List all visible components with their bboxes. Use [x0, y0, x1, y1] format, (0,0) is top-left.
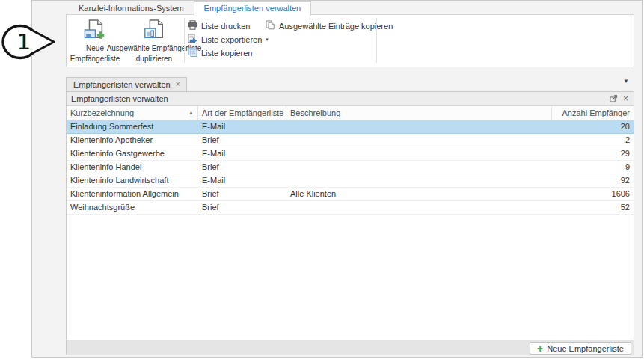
table-row[interactable]: Klienteninfo LandwirtschaftE-Mail92 [67, 174, 634, 188]
column-label: Anzahl Empfänger [562, 106, 631, 120]
column-label: Beschreibung [290, 106, 340, 120]
table-cell-name: Einladung Sommerfest [67, 120, 198, 133]
copy-list-icon [188, 47, 197, 58]
annotation-number: 1 [17, 30, 31, 55]
recipient-lists-panel: Empfängerlisten verwalten × Kurzbezeichn… [66, 91, 634, 355]
button-label: Neue [86, 44, 104, 53]
table-row[interactable]: Klienteninformation AllgemeinBriefAlle K… [67, 188, 634, 201]
plus-icon: + [537, 343, 543, 354]
new-list-icon [84, 19, 106, 43]
ribbon-tab-system[interactable]: Kanzlei-Informations-System [69, 2, 194, 15]
export-icon [188, 34, 197, 45]
table-cell-description [286, 134, 552, 147]
print-list-button[interactable]: Liste drucken [188, 20, 269, 31]
column-label: Kurzbezeichnung [70, 106, 134, 120]
button-label: Neue Empfängerliste [547, 344, 624, 353]
table-cell-count: 2 [552, 134, 634, 147]
printer-icon [188, 20, 197, 31]
table-cell-description [286, 161, 552, 174]
table-cell-count: 29 [552, 147, 634, 160]
table-cell-name: Klienteninfo Landwirtschaft [67, 174, 198, 187]
ribbon-tab-bar: Kanzlei-Informations-System Empfängerlis… [69, 1, 311, 15]
ribbon-separator [376, 18, 377, 63]
column-header-art[interactable]: Art der Empfängerliste [198, 106, 286, 120]
table-cell-type: Brief [198, 134, 286, 147]
copy-selected-entries-button[interactable]: Ausgewählte Einträge kopieren [266, 20, 393, 31]
new-recipient-list-button[interactable]: Neue Empfängerliste [68, 16, 122, 66]
table-cell-count: 52 [552, 201, 634, 214]
panel-close-icon[interactable]: × [623, 94, 628, 103]
table-cell-name: Klienteninformation Allgemein [67, 188, 198, 200]
annotation-callout-1: 1 1 1 [0, 19, 60, 66]
column-header-anzahl[interactable]: Anzahl Empfänger [552, 106, 634, 120]
document-tab[interactable]: Empfängerlisten verwalten × [66, 77, 187, 91]
table-row[interactable]: Einladung SommerfestE-Mail20 [67, 120, 634, 134]
export-list-button[interactable]: Liste exportieren ▾ [188, 34, 269, 45]
ribbon-separator [184, 18, 185, 63]
ribbon-toolbar: Neue Empfängerliste Ausgewählte Empfänge… [66, 14, 634, 67]
button-label: Liste drucken [201, 22, 250, 31]
table-cell-count: 9 [552, 161, 634, 174]
ribbon-tab-lists[interactable]: Empfängerlisten verwalten [194, 1, 312, 16]
table-cell-description [286, 147, 552, 160]
table-cell-name: Klienteninfo Handel [67, 161, 198, 174]
button-label: Liste exportieren [201, 35, 262, 44]
button-label: Liste kopieren [201, 49, 253, 58]
table-body: Einladung SommerfestE-Mail20Klienteninfo… [67, 120, 634, 215]
table-row[interactable]: WeihnachtsgrüßeBrief52 [67, 201, 634, 215]
new-recipient-list-footer-button[interactable]: + Neue Empfängerliste [530, 342, 631, 355]
copy-entries-icon [266, 20, 275, 31]
button-label: Empfängerliste [70, 55, 120, 64]
panel-title: Empfängerlisten verwalten [71, 94, 168, 103]
column-label: Art der Empfängerliste [202, 106, 283, 120]
table-cell-type: Brief [198, 201, 286, 214]
table-row[interactable]: Klienteninfo GastgewerbeE-Mail29 [67, 147, 634, 161]
column-header-kurzbezeichnung[interactable]: Kurzbezeichnung ▲ [67, 106, 198, 120]
table-cell-description [286, 201, 552, 214]
popout-window-icon[interactable] [610, 95, 618, 102]
tab-close-icon[interactable]: × [176, 81, 180, 88]
duplicate-recipient-list-button[interactable]: Ausgewählte Empfängerliste duplizieren [122, 16, 186, 66]
dropdown-caret-icon: ▾ [266, 37, 269, 43]
duplicate-list-icon [143, 19, 165, 43]
table-cell-type: E-Mail [198, 147, 286, 160]
table-cell-type: Brief [198, 161, 286, 174]
table-cell-type: E-Mail [198, 174, 286, 187]
table-cell-type: Brief [198, 188, 286, 200]
copy-list-button[interactable]: Liste kopieren [188, 47, 269, 58]
table-cell-type: E-Mail [198, 120, 286, 133]
table-cell-count: 1606 [552, 188, 634, 200]
button-label: duplizieren [136, 55, 172, 64]
table-cell-name: Klienteninfo Gastgewerbe [67, 147, 198, 160]
table-row[interactable]: Klienteninfo HandelBrief9 [67, 161, 634, 174]
table-cell-name: Klienteninfo Apotheker [67, 134, 198, 147]
column-header-beschreibung[interactable]: Beschreibung [286, 106, 552, 120]
table-cell-count: 92 [552, 174, 634, 187]
panel-footer: + Neue Empfängerliste [67, 340, 634, 355]
table-row[interactable]: Klienteninfo ApothekerBrief2 [67, 134, 634, 147]
tab-overflow-caret-icon[interactable]: ▼ [623, 78, 629, 85]
document-tab-label: Empfängerlisten verwalten [73, 80, 171, 89]
table-cell-description [286, 120, 552, 133]
panel-header: Empfängerlisten verwalten × [67, 92, 634, 106]
sort-asc-icon: ▲ [185, 106, 194, 120]
table-cell-description: Alle Klienten [286, 188, 552, 200]
table-cell-description [286, 174, 552, 187]
table-cell-count: 20 [552, 120, 634, 133]
table-header: Kurzbezeichnung ▲ Art der Empfängerliste… [67, 106, 634, 120]
table-cell-name: Weihnachtsgrüße [67, 201, 198, 214]
